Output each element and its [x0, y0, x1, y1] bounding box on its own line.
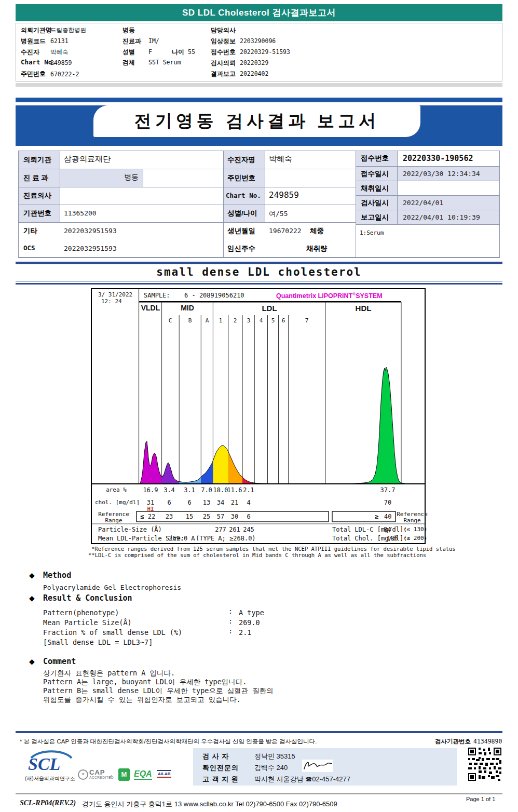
row-label: 주민번호	[227, 173, 255, 183]
field-value: 62131	[50, 37, 69, 45]
qr-code-icon	[468, 748, 501, 781]
chol-value: 13	[203, 499, 210, 506]
particle-value: 261	[229, 526, 240, 533]
field-label: 의뢰기관명	[21, 26, 52, 35]
section-vldl: VLDL	[141, 304, 160, 312]
row-label: 체중	[310, 226, 324, 236]
chol-row-label: chol. [mg/dl]	[95, 499, 140, 506]
ref-range-right-line2: Range	[403, 517, 420, 524]
row-value: 여/55	[269, 209, 288, 219]
lipoprint-brand: Quantimetrix LIPOPRINT®SYSTEM	[276, 292, 383, 300]
bullet-diamond-icon: ◆	[29, 657, 35, 666]
field-value: 249859	[50, 59, 72, 66]
row-value: 병동	[60, 173, 139, 182]
field-label: 결과보고	[211, 70, 236, 78]
row-label: 생년월일	[227, 226, 255, 236]
section-mid: MID	[181, 304, 194, 312]
banner: 전기영동 검사결과 보고서	[16, 105, 502, 146]
area-value: 16.9	[143, 486, 158, 494]
cert-logos: ✦ CAP ACCREDITED ✓ M EQA AILAB	[78, 767, 197, 788]
ref-value: 30	[231, 513, 238, 520]
report-title: SD LDL Cholesterol 검사결과보고서	[16, 4, 502, 21]
field-value: 20220329	[240, 59, 268, 66]
comment-heading: Comment	[43, 657, 76, 666]
band-label: A	[206, 317, 209, 324]
chart-footnote-1: *Reference ranges derived from 125 serum…	[91, 546, 456, 552]
row-value: 2022/04/01	[403, 199, 443, 207]
chol-value: 6	[187, 499, 191, 506]
particle-row-label: Particle-Size (Å)	[98, 526, 162, 533]
band-label: 4	[260, 317, 263, 324]
chol-value-hdl: 70	[384, 499, 391, 506]
total-ldl-value: 84	[384, 526, 391, 533]
ref-range-label-line2: Range	[105, 517, 122, 524]
brand-suffix: SYSTEM	[356, 292, 382, 300]
field-value: F	[148, 48, 152, 56]
comment-line: 상기환자 표현형은 pattern A 입니다.	[43, 669, 175, 678]
ref-value: 57	[217, 513, 224, 520]
field-value: 20220402	[240, 70, 268, 77]
row-label: 채취량	[306, 244, 328, 253]
band-label: 7	[305, 317, 309, 324]
result-note: [Small dense LDL = LDL3~7]	[43, 638, 153, 646]
row-label: 기타	[23, 226, 37, 236]
row-value: 19670222	[269, 227, 302, 235]
result-row-label: Fraction % of small dense LDL (%)	[43, 628, 182, 637]
footer-bottom-rule	[16, 793, 502, 794]
footer-address: 경기도 용인시 기흥구 흥덕1로 13 www.scllab.co.kr Tel…	[82, 800, 337, 809]
section-rule-top	[16, 262, 502, 264]
field-value: SST Serum	[148, 59, 181, 66]
sign-value: 정낙민 35315	[254, 752, 295, 761]
area-value: 7.0	[201, 486, 212, 494]
row-value: 20220330-190562	[403, 154, 473, 163]
row-value: 2022/03/30 12:34:34	[403, 170, 480, 178]
row-label: 검사일시	[361, 198, 389, 208]
accreditation-notice: * 본 검사실은 CAP 인증과 대한진단검사의학회/진단검사의학재단의 우수검…	[20, 738, 317, 746]
banner-title: 전기영동 검사결과 보고서	[93, 105, 420, 137]
lab-number-label: 검사기관번호	[435, 738, 471, 746]
chol-value: 4	[247, 499, 250, 506]
field-value: IM/	[148, 37, 159, 45]
page-indicator: Page 1 of 1	[466, 796, 495, 802]
field-label: 검체	[122, 58, 135, 67]
field-label: 병원코드	[21, 37, 46, 46]
ref-value-hdl: 40	[384, 513, 391, 520]
section-rule-thin	[16, 281, 502, 282]
field-value: 670222-2	[50, 71, 79, 78]
report-header-bar: SD LDL Cholesterol 검사결과보고서	[16, 4, 502, 21]
field-label: 접수번호	[211, 48, 236, 57]
field-label: 담당의사	[211, 26, 236, 35]
result-row-label: Mean Particle Size(Å)	[43, 618, 132, 627]
signature-panel: 검 사 자 정낙민 35315 확인전문의 김백수 240 고 객 지 원 박사…	[193, 748, 457, 786]
ref-value: 6	[247, 513, 250, 520]
row-label: 보고일시	[361, 213, 389, 222]
banner-plate: 전기영동 검사결과 보고서	[93, 105, 420, 137]
footer-rule	[16, 731, 502, 733]
lab-number-value: 41349890	[473, 738, 502, 745]
chol-value: 21	[231, 499, 238, 506]
ahab-logo-text: AILAB	[157, 770, 171, 778]
ref-value: 22	[148, 513, 155, 520]
field-label: 나이	[172, 48, 184, 57]
field-label: 성별	[122, 48, 135, 57]
band-label: 2	[234, 317, 237, 324]
section-hdl: HDL	[356, 304, 372, 313]
area-value: 18.0	[213, 486, 228, 494]
result-row-value: 269.0	[239, 618, 260, 627]
electrophoresis-plot	[92, 289, 425, 543]
result-row-label: Pattern(phenotype)	[43, 608, 119, 617]
comment-line: 위험도를 증가시킬 수 있는 위험인자로 보고되고 있습니다.	[43, 695, 241, 705]
chart-time: 12: 24	[101, 298, 122, 305]
area-value: 3.4	[163, 486, 175, 494]
comment-line: Pattern B는 small dense LDL이 우세한 type으로 심…	[43, 686, 274, 696]
cap-logo-text: CAP	[89, 768, 105, 776]
result-row-sep: :	[228, 627, 233, 635]
cap-accredited-icon: ✦	[78, 769, 88, 780]
result-row-value: A type	[239, 608, 264, 617]
divider-grey-strip	[16, 83, 502, 87]
field-value: 박혜숙	[50, 48, 69, 56]
leq-icon: ≤	[140, 513, 144, 520]
field-value: 55	[188, 48, 195, 56]
row-label: 진 료 과	[23, 173, 48, 183]
method-heading: Method	[43, 571, 71, 580]
